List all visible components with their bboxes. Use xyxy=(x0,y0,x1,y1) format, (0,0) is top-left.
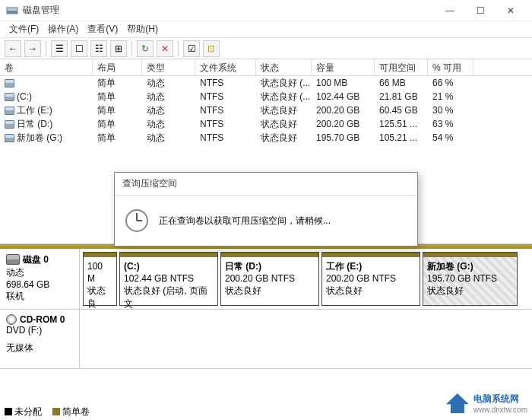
cdrom-icon xyxy=(6,314,17,325)
table-row[interactable]: (C:)简单动态NTFS状态良好 (...102.44 GB21.81 GB21… xyxy=(0,90,532,103)
partition-c[interactable]: (C:)102.44 GB NTFS状态良好 (启动, 页面文 xyxy=(119,252,218,306)
disk0-type: 动态 xyxy=(6,266,73,279)
delete-button[interactable]: ✕ xyxy=(157,40,173,57)
clock-icon xyxy=(125,209,148,232)
menu-help[interactable]: 帮助(H) xyxy=(122,21,163,37)
col-free[interactable]: 可用空间 xyxy=(375,59,428,75)
table-row[interactable]: 日常 (D:)简单动态NTFS状态良好200.20 GB125.51 ...63… xyxy=(0,117,532,131)
table-row[interactable]: 简单动态NTFS状态良好 (...100 MB66 MB66 % xyxy=(0,76,532,90)
refresh-button[interactable]: ↻ xyxy=(137,40,154,57)
svg-rect-1 xyxy=(7,11,17,14)
col-pct[interactable]: % 可用 xyxy=(428,59,473,75)
volume-list: 卷 布局 类型 文件系统 状态 容量 可用空间 % 可用 简单动态NTFS状态良… xyxy=(0,59,532,145)
dialog-message: 正在查询卷以获取可用压缩空间，请稍候... xyxy=(159,215,331,228)
toolbar-btn-3[interactable]: ☷ xyxy=(90,40,107,57)
col-status[interactable]: 状态 xyxy=(256,59,312,75)
col-capacity[interactable]: 容量 xyxy=(312,59,375,75)
table-row[interactable]: 新加卷 (G:)简单动态NTFS状态良好195.70 GB105.21 ...5… xyxy=(0,131,532,145)
cdrom-label: CD-ROM 0 xyxy=(20,314,65,325)
toolbar-btn-2[interactable]: ☐ xyxy=(71,40,87,57)
disk0-state: 联机 xyxy=(6,290,73,303)
watermark-logo-icon xyxy=(446,393,469,413)
back-button[interactable]: ← xyxy=(5,40,21,57)
window-title: 磁盘管理 xyxy=(23,4,435,17)
col-type[interactable]: 类型 xyxy=(142,59,195,75)
toolbar: ← → ☰ ☐ ☷ ⊞ ↻ ✕ ☑ ⊡ xyxy=(0,38,532,59)
disk0-size: 698.64 GB xyxy=(6,279,73,290)
close-button[interactable]: ✕ xyxy=(496,0,526,21)
menu-bar: 文件(F) 操作(A) 查看(V) 帮助(H) xyxy=(0,21,532,38)
menu-view[interactable]: 查看(V) xyxy=(83,21,122,37)
cdrom-nomedia: 无媒体 xyxy=(6,342,73,355)
cdrom-sub: DVD (F:) xyxy=(6,325,73,336)
app-icon xyxy=(6,5,18,17)
legend: 未分配 简单卷 xyxy=(5,406,90,418)
toolbar-btn-4[interactable]: ⊞ xyxy=(110,40,127,57)
partition-g[interactable]: 新加卷 (G:)195.70 GB NTFS状态良好 xyxy=(423,252,518,306)
help-button[interactable]: ⊡ xyxy=(203,40,220,57)
partition-e[interactable]: 工作 (E:)200.20 GB NTFS状态良好 xyxy=(321,252,420,306)
disk-icon xyxy=(6,254,20,265)
col-fs[interactable]: 文件系统 xyxy=(195,59,256,75)
maximize-button[interactable]: ☐ xyxy=(465,0,496,21)
properties-button[interactable]: ☑ xyxy=(183,40,200,57)
query-shrink-dialog: 查询压缩空间 正在查询卷以获取可用压缩空间，请稍候... xyxy=(114,172,418,247)
menu-action[interactable]: 操作(A) xyxy=(43,21,83,37)
forward-button[interactable]: → xyxy=(24,40,41,57)
dialog-title: 查询压缩空间 xyxy=(115,173,417,196)
watermark: 电脑系统网 www.dnxtw.com xyxy=(446,393,527,414)
minimize-button[interactable]: — xyxy=(435,0,465,21)
disk0-label: 磁盘 0 xyxy=(23,254,49,265)
col-layout[interactable]: 布局 xyxy=(93,59,142,75)
col-volume[interactable]: 卷 xyxy=(0,59,93,75)
toolbar-btn-1[interactable]: ☰ xyxy=(51,40,68,57)
table-row[interactable]: 工作 (E:)简单动态NTFS状态良好200.20 GB60.45 GB30 % xyxy=(0,103,532,117)
partition-0[interactable]: 100 M状态良 xyxy=(83,252,117,306)
menu-file[interactable]: 文件(F) xyxy=(5,21,43,37)
partition-d[interactable]: 日常 (D:)200.20 GB NTFS状态良好 xyxy=(220,252,319,306)
volume-list-header: 卷 布局 类型 文件系统 状态 容量 可用空间 % 可用 xyxy=(0,59,532,76)
